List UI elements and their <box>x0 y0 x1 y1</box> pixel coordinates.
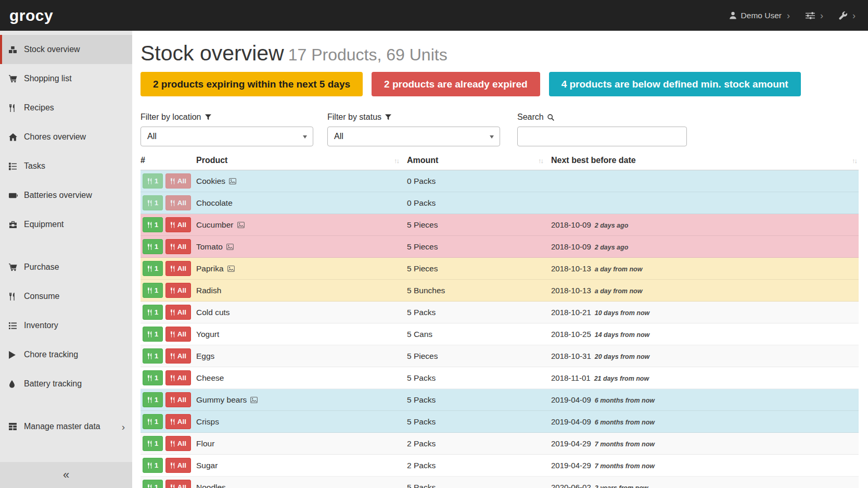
product-name-link[interactable]: Paprika <box>196 264 224 273</box>
product-image-icon[interactable] <box>226 244 234 250</box>
consume-one-button[interactable]: 1 <box>143 436 163 451</box>
consume-one-button[interactable]: 1 <box>143 370 163 385</box>
column-header-hash[interactable]: # <box>141 153 196 170</box>
status-filter-label: Filter by status <box>327 112 500 122</box>
utensils-icon <box>170 331 175 337</box>
status-filter-select[interactable]: All <box>327 127 500 146</box>
consume-one-button[interactable]: 1 <box>143 458 163 473</box>
consume-all-button[interactable]: All <box>165 370 191 385</box>
product-image-icon[interactable] <box>250 397 258 403</box>
sidebar-item-recipes[interactable]: Recipes <box>0 93 132 122</box>
consume-one-button[interactable]: 1 <box>143 414 163 429</box>
settings-menu[interactable]: › <box>806 11 823 20</box>
product-name-link[interactable]: Cucumber <box>196 220 234 229</box>
product-name-link[interactable]: Chocolate <box>196 198 233 207</box>
app-logo[interactable]: grocy <box>9 7 53 24</box>
admin-menu[interactable]: › <box>839 11 856 20</box>
sidebar-item-inventory[interactable]: Inventory <box>0 311 132 340</box>
user-menu[interactable]: Demo User › <box>729 11 790 20</box>
product-name-link[interactable]: Cold cuts <box>196 308 230 317</box>
consume-all-button[interactable]: All <box>165 414 191 429</box>
sidebar-item-stock-overview[interactable]: Stock overview <box>0 35 132 64</box>
stock-table: # Product↑↓ Amount↑↓ Next best before da… <box>141 153 859 488</box>
utensils-icon <box>147 331 152 337</box>
search-input[interactable] <box>517 127 687 146</box>
sidebar-item-battery-tracking[interactable]: Battery tracking <box>0 369 132 398</box>
product-amount: 5 Packs <box>407 411 551 433</box>
consume-all-button[interactable]: All <box>165 239 191 254</box>
sidebar-collapse-button[interactable]: « <box>0 462 132 488</box>
product-name-link[interactable]: Radish <box>196 286 221 295</box>
consume-all-button[interactable]: All <box>165 195 191 210</box>
product-name-link[interactable]: Gummy bears <box>196 395 247 404</box>
column-header-amount[interactable]: Amount↑↓ <box>407 153 551 170</box>
product-name-link[interactable]: Cookies <box>196 177 225 185</box>
sidebar-item-chores-overview[interactable]: Chores overview <box>0 122 132 152</box>
user-icon <box>729 11 737 19</box>
page-title: Stock overview17 Products, 69 Units <box>141 41 859 66</box>
consume-one-button[interactable]: 1 <box>143 392 163 407</box>
product-name-link[interactable]: Sugar <box>196 461 218 470</box>
product-image-icon[interactable] <box>227 266 235 272</box>
sidebar-item-tasks[interactable]: Tasks <box>0 152 132 181</box>
consume-one-button[interactable]: 1 <box>143 217 163 232</box>
location-filter-label: Filter by location <box>141 112 313 122</box>
consume-all-button[interactable]: All <box>165 283 191 298</box>
consume-one-button[interactable]: 1 <box>143 305 163 320</box>
sidebar-item-equipment[interactable]: Equipment <box>0 210 132 239</box>
utensils-icon <box>170 419 175 425</box>
best-before-date: 2018-10-2514 days from now <box>551 323 859 345</box>
consume-all-button[interactable]: All <box>165 305 191 320</box>
column-header-product[interactable]: Product↑↓ <box>196 153 407 170</box>
product-name-link[interactable]: Cheese <box>196 373 224 382</box>
consume-all-button[interactable]: All <box>165 480 191 488</box>
selected-value: All <box>334 132 343 141</box>
product-name-link[interactable]: Eggs <box>196 352 214 360</box>
consume-one-button[interactable]: 1 <box>143 348 163 364</box>
consume-one-button[interactable]: 1 <box>143 327 163 342</box>
consume-one-button[interactable]: 1 <box>143 261 163 276</box>
consume-all-button[interactable]: All <box>165 436 191 451</box>
sort-icon[interactable]: ↑↓ <box>394 157 399 165</box>
sidebar-item-shopping-list[interactable]: Shopping list <box>0 64 132 93</box>
column-header-best-before-date[interactable]: Next best before date↑↓ <box>551 153 859 170</box>
location-filter-select[interactable]: All <box>141 127 313 146</box>
sidebar-item-consume[interactable]: Consume <box>0 282 132 311</box>
consume-one-button[interactable]: 1 <box>143 239 163 254</box>
consume-all-button[interactable]: All <box>165 392 191 407</box>
sort-icon[interactable]: ↑↓ <box>852 157 857 165</box>
product-name-link[interactable]: Noodles <box>196 483 226 488</box>
consume-all-button[interactable]: All <box>165 173 191 189</box>
product-amount: 2 Packs <box>407 433 551 455</box>
product-name-link[interactable]: Crisps <box>196 417 219 426</box>
sort-icon[interactable]: ↑↓ <box>538 157 543 165</box>
consume-one-button[interactable]: 1 <box>143 283 163 298</box>
best-before-date <box>551 192 859 214</box>
sidebar-item-purchase[interactable]: Purchase <box>0 253 132 282</box>
sidebar-item-label: Tasks <box>24 161 45 171</box>
product-name-link[interactable]: Flour <box>196 439 214 448</box>
expiring-alert[interactable]: 2 products expiring within the next 5 da… <box>141 72 363 96</box>
navbar-right: Demo User › › › <box>729 11 856 20</box>
sidebar-item-chore-tracking[interactable]: Chore tracking <box>0 340 132 369</box>
consume-all-button[interactable]: All <box>165 327 191 342</box>
product-image-icon[interactable] <box>237 222 245 228</box>
utensils-icon <box>170 375 175 381</box>
product-name-link[interactable]: Tomato <box>196 242 223 251</box>
sidebar-item-manage-master-data[interactable]: Manage master data› <box>0 412 132 441</box>
consume-one-button[interactable]: 1 <box>143 480 163 488</box>
consume-all-button[interactable]: All <box>165 217 191 232</box>
consume-all-button[interactable]: All <box>165 458 191 473</box>
expired-alert[interactable]: 2 products are already expired <box>372 72 540 96</box>
consume-all-button[interactable]: All <box>165 348 191 364</box>
best-before-date: 2018-10-13a day from now <box>551 280 859 302</box>
chevron-right-icon: › <box>820 11 823 20</box>
consume-one-button[interactable]: 1 <box>143 173 163 189</box>
consume-all-button[interactable]: All <box>165 261 191 276</box>
product-name-link[interactable]: Yogurt <box>196 330 219 339</box>
consume-one-button[interactable]: 1 <box>143 195 163 210</box>
stock-row: 1AllFlour2 Packs2019-04-297 months from … <box>141 433 859 455</box>
sidebar-item-batteries-overview[interactable]: Batteries overview <box>0 181 132 210</box>
product-image-icon[interactable] <box>229 178 236 184</box>
below-min-stock-alert[interactable]: 4 products are below defined min. stock … <box>549 72 801 96</box>
